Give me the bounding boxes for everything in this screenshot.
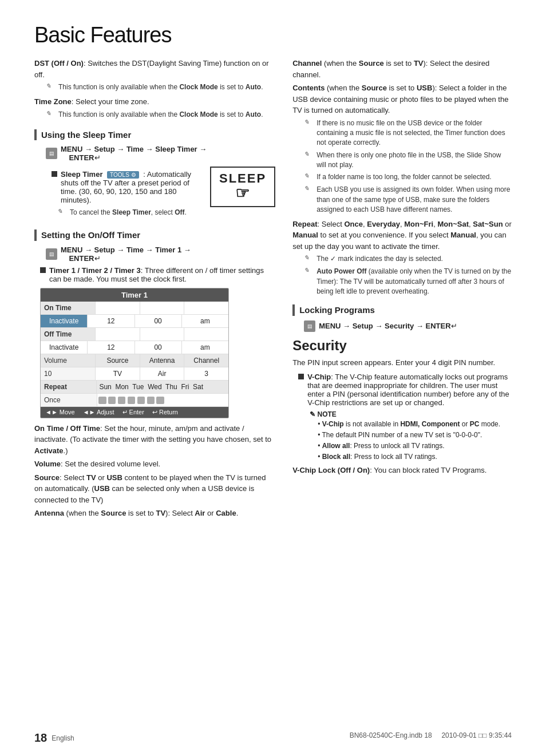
contents-para: Contents (when the Source is set to USB)… (292, 82, 512, 116)
nav-return: ↩ Return (152, 409, 178, 416)
day-sun (98, 397, 106, 404)
ontimer-menu-line: ▤ MENU → Setup → Time → Timer 1 → ENTER↵ (46, 246, 275, 263)
volume-val: 10 (41, 367, 96, 380)
timer-ontime-label-row: On Time (41, 302, 228, 315)
off-inactivate: Inactivate (41, 341, 88, 354)
timer-offtime-label-row: Off Time (41, 328, 228, 341)
channel-val: 3 (184, 367, 228, 380)
off-hour: 12 (88, 341, 134, 354)
repeat-note-text: The ✓ mark indicates the day is selected… (316, 254, 443, 264)
timer-repeat-value-row: Once (41, 394, 228, 407)
usb-note1: ✎ If there is no music file on the USB d… (304, 118, 512, 148)
vchip-bullet-row: V-Chip: The V-Chip feature automatically… (298, 373, 512, 407)
repeat-label-cell: Repeat (41, 381, 97, 393)
usb-note3-text: If a folder name is too long, the folder… (316, 172, 492, 182)
footer-file: BN68-02540C-Eng.indb 18 2010-09-01 □□ 9:… (350, 731, 512, 745)
locking-section-heading: Locking Programs (292, 304, 512, 316)
source-val: TV (96, 367, 140, 380)
two-column-layout: DST (Off / On): Switches the DST(Dayligh… (34, 58, 512, 521)
antenna-label-cell: Antenna (140, 354, 185, 367)
timer-table: Timer 1 On Time Inactivate 12 00 am Off … (40, 288, 229, 418)
security-intro: The PIN input screen appears. Enter your… (292, 357, 512, 369)
usb-note1-text: If there is no music file on the USB dev… (316, 118, 512, 148)
nav-adjust: ◄► Adjust (83, 409, 114, 416)
dst-note-row: ✎ This function is only available when t… (46, 82, 275, 93)
timer-vsac-label-row: Volume Source Antenna Channel (41, 354, 228, 367)
tools-badge: TOOLS ⚙ (107, 171, 139, 179)
day-mon (108, 397, 116, 404)
note-pencil-icon3: ✎ (57, 208, 68, 218)
note-icon7: ✎ (304, 185, 314, 195)
sleep-bullet-block: Sleep Timer TOOLS ⚙ : Automatically shut… (46, 167, 275, 220)
usb-note4: ✎ Each USB you use is assigned its own f… (304, 185, 512, 215)
locking-menu-text: MENU → Setup → Security → ENTER↵ (319, 322, 457, 330)
channel-para: Channel (when the Source is set to TV): … (292, 58, 512, 80)
day-sat (156, 397, 164, 404)
on-time-label: On Time (41, 302, 96, 314)
sleep-bullet-text: Sleep Timer TOOLS ⚙ : Automatically shut… (61, 170, 204, 204)
off-time-empty1 (96, 328, 140, 341)
timer-vsac-value-row: 10 TV Air 3 (41, 367, 228, 381)
on-min: 00 (135, 315, 182, 327)
off-time-label: Off Time (41, 328, 96, 341)
footer-date-text: 2010-09-01 □□ 9:35:44 (441, 731, 512, 739)
day-fri (147, 397, 155, 404)
autopower-text: Auto Power Off (available only when the … (316, 267, 512, 296)
on-ampm: am (182, 315, 228, 327)
sleep-menu-text: MENU → Setup → Time → Sleep Timer → ENTE… (61, 145, 207, 162)
timer-bullet-row: Timer 1 / Timer 2 / Timer 3: Three diffe… (40, 266, 275, 283)
dst-label: DST (Off / On) (34, 59, 84, 68)
left-column: DST (Off / On): Switches the DST(Dayligh… (34, 58, 275, 521)
sleep-hand-icon: ☞ (235, 184, 251, 203)
footer: 18 English BN68-02540C-Eng.indb 18 2010-… (0, 731, 546, 745)
volume-label-cell: Volume (41, 354, 96, 367)
vchip-lock-para: V-Chip Lock (Off / On): You can block ra… (292, 465, 512, 476)
contents-label: Contents (292, 84, 325, 92)
note-bullet2: • The default PIN number of a new TV set… (318, 430, 512, 440)
repeat-days-header: Sun Mon Tue Wed Thu Fri Sat (97, 381, 228, 393)
note-icon9: ✎ (304, 267, 314, 277)
repeat-para: Repeat: Select Once, Everyday, Mon~Fri, … (292, 219, 512, 252)
timer-offtime-value-row: Inactivate 12 00 am (41, 341, 228, 354)
repeat-once: Once (41, 394, 97, 406)
on-time-empty1 (96, 302, 140, 314)
menu-icon3: ▤ (304, 320, 315, 332)
source-para: Source: Select TV or USB content to be p… (34, 472, 275, 506)
antenna-label: Antenna (34, 509, 64, 517)
note-pencil-icon2: ✎ (46, 110, 56, 120)
usb-note2: ✎ When there is only one photo file in t… (304, 151, 512, 171)
timezone-label: Time Zone (34, 97, 72, 106)
channel-label-cell: Channel (184, 354, 228, 367)
vchip-text: V-Chip: The V-Chip feature automatically… (307, 373, 512, 407)
day-thu (137, 397, 145, 404)
usb-note4-text: Each USB you use is assigned its own fol… (316, 185, 512, 215)
vchip-lock-label: V-Chip Lock (Off / On) (292, 466, 370, 474)
note-bullet3: • Allow all: Press to unlock all TV rati… (318, 441, 512, 451)
sleep-bullet-row: Sleep Timer TOOLS ⚙ : Automatically shut… (52, 170, 204, 204)
dst-note-text: This function is only available when the… (58, 82, 263, 92)
menu-icon: ▤ (46, 148, 57, 159)
day-tue (118, 397, 126, 404)
note-icon4: ✎ (304, 118, 314, 129)
repeat-label: Repeat (292, 220, 317, 228)
footer-file-text: BN68-02540C-Eng.indb 18 (350, 731, 432, 739)
timer-table-title: Timer 1 (41, 288, 228, 302)
ontime-para: On Time / Off Time: Set the hour, minute… (34, 423, 275, 457)
page: Basic Features DST (Off / On): Switches … (0, 0, 546, 756)
ontimer-section-heading: Setting the On/Off Timer (34, 229, 275, 241)
security-title: Security (292, 338, 512, 354)
source-label: Source (34, 473, 60, 482)
dst-paragraph: DST (Off / On): Switches the DST(Dayligh… (34, 58, 275, 80)
channel-label: Channel (292, 59, 322, 68)
note-icon6: ✎ (304, 172, 314, 183)
locking-menu-line: ▤ MENU → Setup → Security → ENTER↵ (304, 320, 512, 332)
timezone-paragraph: Time Zone: Select your time zone. (34, 96, 275, 108)
usb-note2-text: When there is only one photo file in the… (316, 151, 512, 171)
on-inactivate: Inactivate (41, 315, 88, 327)
sleep-box-label: SLEEP ☞ (210, 167, 275, 207)
page-title: Basic Features (34, 23, 512, 48)
antenna-para: Antenna (when the Source is set to TV): … (34, 508, 275, 519)
note-label: ✎ NOTE (310, 410, 512, 418)
timezone-note-row: ✎ This function is only available when t… (46, 110, 275, 120)
on-time-empty2 (140, 302, 185, 314)
